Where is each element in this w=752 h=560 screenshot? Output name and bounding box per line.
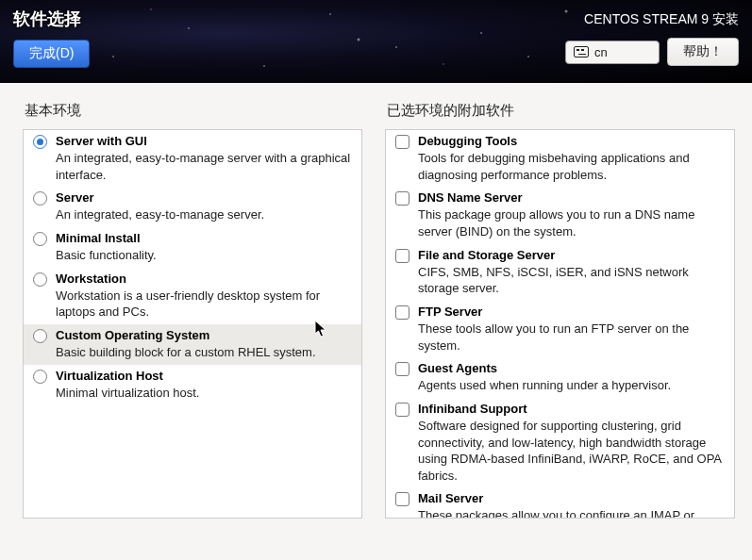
radio-icon — [33, 370, 47, 384]
installer-title: CENTOS STREAM 9 安装 — [584, 8, 739, 28]
keyboard-layout-code: cn — [594, 45, 608, 59]
addon-option-desc: CIFS, SMB, NFS, iSCSI, iSER, and iSNS ne… — [418, 264, 725, 297]
keyboard-layout-indicator[interactable]: cn — [565, 41, 660, 64]
radio-icon — [33, 232, 47, 246]
radio-icon — [33, 135, 47, 149]
screen-title: 软件选择 — [13, 8, 90, 30]
radio-icon — [33, 191, 47, 206]
addon-option-body: FTP ServerThese tools allow you to run a… — [418, 304, 725, 354]
addon-option[interactable]: Infiniband SupportSoftware designed for … — [386, 398, 734, 487]
keyboard-icon — [574, 46, 589, 58]
env-option-body: Minimal InstallBasic functionality. — [56, 230, 352, 264]
env-option[interactable]: Server with GUIAn integrated, easy-to-ma… — [24, 130, 361, 187]
addon-option-body: DNS Name ServerThis package group allows… — [418, 189, 725, 239]
addons-title: 已选环境的附加软件 — [385, 102, 735, 120]
addon-option-body: Guest AgentsAgents used when running und… — [418, 360, 725, 394]
addon-option[interactable]: Guest AgentsAgents used when running und… — [386, 357, 734, 398]
env-option-desc: Minimal virtualization host. — [56, 385, 352, 402]
env-option[interactable]: Virtualization HostMinimal virtualizatio… — [24, 365, 361, 405]
addon-option-body: Mail ServerThese packages allow you to c… — [418, 490, 725, 519]
addon-option-body: Infiniband SupportSoftware designed for … — [418, 401, 725, 484]
env-option-body: Virtualization HostMinimal virtualizatio… — [56, 368, 352, 402]
addon-option-desc: Agents used when running under a hypervi… — [418, 377, 725, 394]
addons-column: 已选环境的附加软件 Debugging ToolsTools for debug… — [385, 102, 735, 519]
addon-option-desc: This package group allows you to run a D… — [418, 206, 725, 239]
checkbox-icon — [395, 249, 409, 263]
env-option-label: Virtualization Host — [56, 368, 352, 385]
checkbox-icon — [395, 403, 409, 417]
addons-list[interactable]: Debugging ToolsTools for debugging misbe… — [385, 129, 735, 519]
env-option[interactable]: WorkstationWorkstation is a user-friendl… — [24, 268, 361, 324]
addon-option-label: DNS Name Server — [418, 189, 725, 206]
base-environment-column: 基本环境 Server with GUIAn integrated, easy-… — [23, 102, 362, 519]
env-option-desc: An integrated, easy-to-manage server wit… — [56, 150, 352, 183]
addon-option-desc: These tools allow you to run an FTP serv… — [418, 321, 725, 354]
addon-option-label: FTP Server — [418, 304, 725, 321]
base-environment-list[interactable]: Server with GUIAn integrated, easy-to-ma… — [23, 129, 362, 519]
addon-option-label: File and Storage Server — [418, 247, 725, 264]
checkbox-icon — [395, 135, 409, 149]
addon-option[interactable]: Mail ServerThese packages allow you to c… — [386, 487, 734, 519]
addon-option-body: File and Storage ServerCIFS, SMB, NFS, i… — [418, 247, 725, 297]
radio-icon — [33, 329, 47, 343]
done-button[interactable]: 完成(D) — [13, 40, 90, 68]
checkbox-icon — [395, 362, 409, 376]
addon-option[interactable]: File and Storage ServerCIFS, SMB, NFS, i… — [386, 244, 734, 301]
installer-header: 软件选择 完成(D) CENTOS STREAM 9 安装 cn 帮助！ — [0, 0, 752, 83]
env-option-desc: An integrated, easy-to-manage server. — [56, 206, 352, 223]
addon-option-desc: These packages allow you to configure an… — [418, 507, 725, 519]
env-option[interactable]: Custom Operating SystemBasic building bl… — [24, 324, 361, 365]
addon-option-label: Infiniband Support — [418, 401, 725, 418]
env-option-desc: Workstation is a user-friendly desktop s… — [56, 288, 352, 321]
env-option-body: ServerAn integrated, easy-to-manage serv… — [56, 189, 352, 223]
env-option-body: WorkstationWorkstation is a user-friendl… — [56, 271, 352, 321]
addon-option[interactable]: DNS Name ServerThis package group allows… — [386, 187, 734, 243]
env-option-label: Server with GUI — [56, 133, 352, 150]
help-button[interactable]: 帮助！ — [667, 38, 739, 66]
checkbox-icon — [395, 305, 409, 320]
addon-option-body: Debugging ToolsTools for debugging misbe… — [418, 133, 725, 183]
env-option-label: Minimal Install — [56, 230, 352, 247]
addon-option[interactable]: Debugging ToolsTools for debugging misbe… — [386, 130, 734, 187]
addon-option-label: Guest Agents — [418, 360, 725, 377]
content-area: 基本环境 Server with GUIAn integrated, easy-… — [0, 83, 752, 560]
env-option-body: Server with GUIAn integrated, easy-to-ma… — [56, 133, 352, 183]
env-option[interactable]: Minimal InstallBasic functionality. — [24, 227, 361, 268]
addon-option[interactable]: FTP ServerThese tools allow you to run a… — [386, 301, 734, 357]
env-option-desc: Basic functionality. — [56, 247, 352, 264]
checkbox-icon — [395, 191, 409, 206]
env-option-label: Custom Operating System — [56, 327, 352, 344]
env-option-label: Workstation — [56, 271, 352, 288]
addon-option-desc: Software designed for supporting cluster… — [418, 418, 725, 484]
env-option-label: Server — [56, 189, 352, 206]
addon-option-label: Mail Server — [418, 490, 725, 507]
base-environment-title: 基本环境 — [23, 102, 362, 120]
env-option[interactable]: ServerAn integrated, easy-to-manage serv… — [24, 187, 361, 227]
radio-icon — [33, 272, 47, 287]
addon-option-label: Debugging Tools — [418, 133, 725, 150]
checkbox-icon — [395, 492, 409, 506]
addon-option-desc: Tools for debugging misbehaving applicat… — [418, 150, 725, 183]
env-option-body: Custom Operating SystemBasic building bl… — [56, 327, 352, 361]
env-option-desc: Basic building block for a custom RHEL s… — [56, 344, 352, 361]
